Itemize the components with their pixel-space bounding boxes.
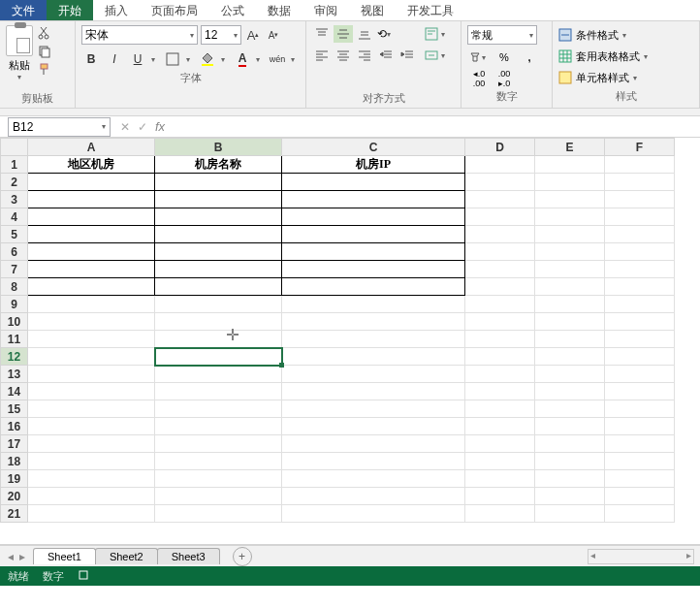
tab-developer[interactable]: 开发工具 — [396, 0, 465, 20]
cell[interactable] — [605, 383, 675, 400]
cell[interactable] — [465, 278, 535, 296]
align-bottom-icon[interactable] — [355, 25, 374, 43]
cell[interactable] — [155, 243, 282, 261]
cell[interactable] — [155, 191, 282, 208]
cell[interactable] — [155, 435, 282, 453]
cell[interactable] — [465, 296, 535, 313]
indent-increase-icon[interactable] — [398, 47, 417, 64]
cell[interactable] — [282, 418, 465, 435]
cell[interactable] — [28, 418, 155, 435]
cell[interactable] — [535, 208, 605, 226]
cell[interactable] — [465, 453, 535, 470]
macro-record-icon[interactable] — [78, 569, 89, 583]
spreadsheet-grid[interactable]: A B C D E F 1 地区机房 机房名称 机房IP 2 3 4 5 6 7… — [0, 138, 700, 545]
row-header[interactable]: 7 — [1, 261, 28, 278]
cut-icon[interactable] — [37, 25, 52, 41]
cell[interactable] — [535, 243, 605, 261]
cell[interactable] — [282, 313, 465, 331]
pinyin-button[interactable]: wén — [268, 49, 287, 69]
cell[interactable] — [282, 453, 465, 470]
cell[interactable] — [535, 366, 605, 383]
row-header[interactable]: 4 — [1, 208, 28, 226]
cell[interactable] — [155, 208, 282, 226]
border-button[interactable] — [163, 49, 182, 69]
number-format-select[interactable]: 常规▾ — [467, 25, 537, 45]
indent-decrease-icon[interactable] — [376, 47, 396, 64]
increase-decimal-button[interactable]: ◂.0.00 — [467, 70, 491, 87]
cell[interactable] — [465, 331, 535, 348]
tab-page-layout[interactable]: 页面布局 — [140, 0, 209, 20]
row-header[interactable]: 9 — [1, 296, 28, 313]
cell[interactable] — [535, 226, 605, 243]
cell[interactable] — [605, 505, 675, 523]
cell[interactable] — [465, 470, 535, 488]
cell[interactable] — [535, 470, 605, 488]
cell[interactable] — [535, 174, 605, 191]
cell[interactable] — [155, 505, 282, 523]
cell[interactable] — [28, 208, 155, 226]
cell[interactable] — [282, 243, 465, 261]
cell[interactable] — [535, 348, 605, 366]
cell[interactable] — [605, 296, 675, 313]
row-header[interactable]: 5 — [1, 226, 28, 243]
merge-center-button[interactable]: ▾ — [425, 47, 449, 64]
cell-styles-button[interactable]: 单元格样式▾ — [558, 68, 693, 87]
cell[interactable] — [28, 348, 155, 366]
cell[interactable] — [155, 383, 282, 400]
cell[interactable] — [155, 488, 282, 505]
cell[interactable] — [465, 435, 535, 453]
cell[interactable] — [282, 208, 465, 226]
row-header[interactable]: 16 — [1, 418, 28, 435]
col-header-e[interactable]: E — [535, 139, 605, 156]
cell[interactable] — [535, 435, 605, 453]
cell[interactable] — [155, 313, 282, 331]
row-header[interactable]: 20 — [1, 488, 28, 505]
font-size-select[interactable]: 12▾ — [201, 25, 241, 45]
tab-data[interactable]: 数据 — [256, 0, 302, 20]
row-header[interactable]: 21 — [1, 505, 28, 523]
tab-view[interactable]: 视图 — [349, 0, 396, 20]
cell[interactable] — [465, 261, 535, 278]
cell[interactable] — [155, 296, 282, 313]
col-header-f[interactable]: F — [605, 139, 675, 156]
cell[interactable] — [28, 261, 155, 278]
row-header[interactable]: 19 — [1, 470, 28, 488]
tab-file[interactable]: 文件 — [0, 0, 47, 20]
row-header[interactable]: 1 — [1, 156, 28, 174]
cell[interactable] — [605, 453, 675, 470]
tab-nav-first-icon[interactable]: ◂ — [8, 550, 14, 563]
format-as-table-button[interactable]: 套用表格格式▾ — [558, 47, 693, 66]
cell[interactable] — [155, 174, 282, 191]
cell[interactable] — [155, 226, 282, 243]
cell[interactable] — [28, 488, 155, 505]
orientation-icon[interactable]: ⟲▾ — [376, 25, 396, 43]
conditional-format-button[interactable]: 条件格式▾ — [558, 25, 693, 45]
wrap-text-button[interactable]: ▾ — [425, 25, 449, 43]
cell[interactable] — [605, 331, 675, 348]
row-header[interactable]: 2 — [1, 174, 28, 191]
cell[interactable] — [465, 488, 535, 505]
cell[interactable] — [535, 313, 605, 331]
cell[interactable] — [155, 331, 282, 348]
cell[interactable] — [465, 156, 535, 174]
cell[interactable] — [28, 313, 155, 331]
cell[interactable] — [605, 435, 675, 453]
cell[interactable] — [28, 435, 155, 453]
col-header-d[interactable]: D — [465, 139, 535, 156]
cell[interactable] — [605, 278, 675, 296]
cell[interactable] — [535, 383, 605, 400]
cell[interactable] — [282, 348, 465, 366]
row-header[interactable]: 12 — [1, 348, 28, 366]
cell[interactable] — [465, 208, 535, 226]
cell[interactable] — [605, 348, 675, 366]
sheet-tab-2[interactable]: Sheet2 — [95, 548, 158, 564]
cell[interactable] — [605, 418, 675, 435]
formula-input[interactable] — [175, 118, 700, 136]
cell[interactable] — [282, 296, 465, 313]
cell[interactable] — [605, 156, 675, 174]
align-center-icon[interactable] — [334, 47, 353, 64]
tab-insert[interactable]: 插入 — [93, 0, 140, 20]
row-header[interactable]: 11 — [1, 331, 28, 348]
paste-icon[interactable] — [6, 25, 33, 56]
cell[interactable] — [465, 418, 535, 435]
